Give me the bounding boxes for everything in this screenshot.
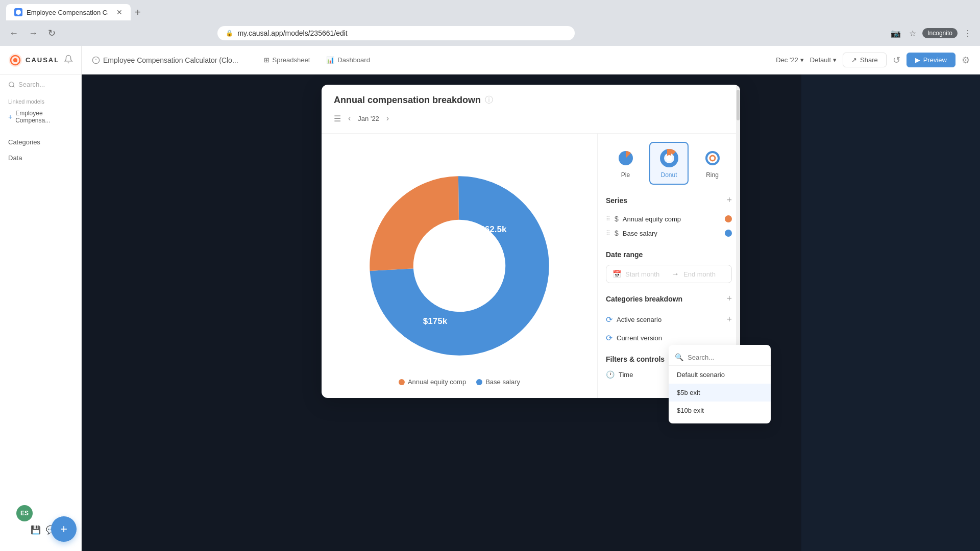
dropdown-search-input[interactable] (688, 354, 765, 361)
left-sidebar: CAUSAL Search... Linked models + Employe… (0, 46, 82, 551)
chart-type-donut[interactable]: Donut (649, 142, 689, 185)
modal-date: Jan '22 (358, 115, 379, 122)
dropdown-search-row[interactable]: 🔍 (669, 349, 771, 366)
chart-type-selector: Pie Donut (606, 142, 732, 185)
url-text: my.causal.app/models/235661/edit (237, 29, 347, 37)
ring-icon (702, 148, 723, 168)
scrollbar-thumb[interactable] (737, 90, 740, 120)
chart-type-pie[interactable]: Pie (606, 142, 645, 185)
end-month-placeholder[interactable]: End month (683, 270, 725, 278)
model-icon: + (8, 113, 12, 121)
dropdown-item-5b[interactable]: $5b exit (669, 384, 771, 402)
dashboard-icon: 📊 (326, 56, 334, 64)
legend-salary: Base salary (476, 378, 520, 386)
tab-close-btn[interactable]: ✕ (116, 8, 122, 16)
forward-btn[interactable]: → (26, 26, 41, 41)
main-content: Annual compensation breakdown ⓘ ☰ ‹ Jan … (82, 74, 980, 551)
chart-legend: Annual equity comp Base salary (399, 378, 520, 386)
scenario-dropdown[interactable]: 🔍 Default scenario $5b exit $10b exit (669, 345, 771, 423)
active-scenario-label: Active scenario (617, 316, 662, 323)
incognito-badge: Incognito (922, 28, 958, 38)
date-range-title: Date range (606, 251, 643, 259)
play-icon: ▶ (915, 56, 920, 64)
sidebar-model-item[interactable]: + Employee Compensa... (8, 108, 73, 126)
equity-color-dot[interactable] (725, 215, 732, 222)
series-section: Series + ⠿ $ Annual equity comp ⠿ (606, 195, 732, 240)
tab-favicon (14, 8, 22, 16)
version-icon: ⟳ (606, 333, 612, 343)
logo-icon (8, 53, 22, 67)
sidebar-item-data[interactable]: Data (0, 150, 81, 166)
salary-label: $175k (423, 316, 448, 326)
menu-icon[interactable]: ☰ (334, 114, 341, 123)
search-placeholder: Search... (18, 81, 45, 88)
camera-icon[interactable]: 📷 (889, 27, 903, 40)
filters-label: Filters & controls (606, 355, 665, 363)
browser-tabs: Employee Compensation Calcu... ✕ + (0, 0, 980, 20)
equity-dot (399, 379, 405, 385)
browser-actions: 📷 ☆ Incognito ⋮ (889, 27, 974, 40)
current-version-row[interactable]: ⟳ Current version (606, 329, 732, 347)
next-date-btn[interactable]: › (383, 112, 392, 125)
date-range-section: Date range 📅 Start month → End month (606, 251, 732, 283)
notification-btn[interactable] (64, 55, 73, 66)
svg-point-14 (710, 156, 715, 161)
sidebar-bottom-bar: ES (8, 520, 24, 537)
user-avatar[interactable]: ES (16, 505, 33, 521)
topbar-tabs: ⊞ Spreadsheet 📊 Dashboard (257, 53, 377, 67)
active-tab[interactable]: Employee Compensation Calcu... ✕ (6, 4, 131, 20)
active-scenario-row[interactable]: ⟳ Active scenario + (606, 310, 732, 329)
modal-overlay: Annual compensation breakdown ⓘ ☰ ‹ Jan … (82, 74, 980, 551)
info-icon[interactable]: ⓘ (485, 95, 493, 106)
tab-spreadsheet[interactable]: ⊞ Spreadsheet (257, 53, 317, 67)
svg-point-2 (13, 58, 17, 62)
date-range-inputs[interactable]: 📅 Start month → End month (606, 265, 732, 283)
series-salary: ⠿ $ Base salary (606, 226, 732, 240)
drag-handle-salary[interactable]: ⠿ (606, 230, 610, 237)
drag-handle-equity[interactable]: ⠿ (606, 215, 610, 222)
logo-text: CAUSAL (26, 56, 59, 64)
new-tab-btn[interactable]: + (131, 3, 145, 22)
tab-dashboard[interactable]: 📊 Dashboard (319, 53, 377, 67)
dropdown-item-10b[interactable]: $10b exit (669, 402, 771, 419)
equity-series-name: Annual equity comp (623, 215, 721, 223)
start-month-placeholder[interactable]: Start month (625, 270, 667, 278)
svg-point-12 (666, 155, 672, 161)
scenario-add-btn[interactable]: + (726, 314, 732, 325)
pie-icon (616, 148, 636, 168)
sidebar-item-categories[interactable]: Categories (0, 134, 81, 150)
series-add-btn[interactable]: + (726, 195, 732, 206)
time-filter-label: Time (619, 371, 633, 379)
history-icon[interactable]: ↺ (893, 55, 900, 66)
share-button[interactable]: ↗ Share (843, 53, 887, 67)
app-topbar: Employee Compensation Calculator (Clo...… (82, 46, 980, 74)
prev-date-btn[interactable]: ‹ (345, 112, 354, 125)
categories-breakdown-title: Categories breakdown (606, 295, 682, 303)
dropdown-search-icon: 🔍 (675, 353, 683, 361)
scenario-icon: ⟳ (606, 315, 612, 324)
donut-icon (659, 148, 679, 168)
save-icon[interactable]: 💾 (31, 525, 41, 535)
salary-color-dot[interactable] (725, 230, 732, 237)
time-icon: 🕐 (606, 370, 615, 379)
back-btn[interactable]: ← (6, 26, 21, 41)
sidebar-nav: Categories Data (0, 130, 81, 170)
add-button[interactable]: + (51, 516, 77, 542)
refresh-btn[interactable]: ↻ (45, 26, 59, 41)
linked-models-label: Linked models (8, 98, 73, 105)
date-arrow-icon: → (671, 269, 679, 279)
chart-type-ring[interactable]: Ring (693, 142, 732, 185)
topbar-actions: Dec '22 ▾ Default ▾ ↗ Share ↺ ▶ Preview … (776, 53, 970, 67)
calendar-icon: 📅 (612, 270, 621, 278)
sidebar-linked-models: Linked models + Employee Compensa... (0, 94, 81, 130)
more-menu-btn[interactable]: ⋮ (962, 27, 974, 40)
sidebar-search[interactable]: Search... (0, 74, 81, 94)
url-bar[interactable]: 🔒 my.causal.app/models/235661/edit (217, 26, 575, 40)
default-dropdown[interactable]: Default ▾ (810, 56, 837, 64)
preview-button[interactable]: ▶ Preview (906, 53, 955, 67)
categories-add-btn[interactable]: + (726, 293, 732, 304)
dropdown-item-default[interactable]: Default scenario (669, 366, 771, 384)
settings-icon[interactable]: ⚙ (962, 55, 970, 66)
bookmark-icon[interactable]: ☆ (907, 27, 918, 40)
topbar-date-range[interactable]: Dec '22 ▾ (776, 56, 804, 64)
